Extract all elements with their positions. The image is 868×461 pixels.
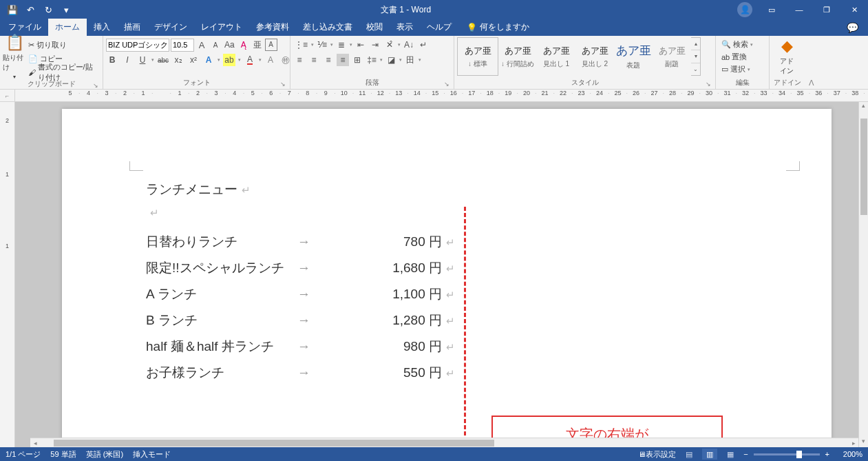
restore-button[interactable]: ❐	[813, 0, 840, 19]
text-effects-button[interactable]: A	[202, 54, 215, 66]
launcher-icon[interactable]: ↘	[706, 81, 711, 88]
style-heading1[interactable]: あア亜見出し 1	[537, 37, 575, 76]
tab-selector[interactable]: ⌐	[0, 90, 15, 101]
tab-help[interactable]: ヘルプ	[420, 19, 458, 36]
tab-layout[interactable]: レイアウト	[194, 19, 249, 36]
font-size-selector[interactable]	[171, 39, 194, 52]
undo-button[interactable]: ↶	[22, 1, 39, 18]
select-button[interactable]: ▭選択▾	[719, 63, 756, 75]
zoom-knob[interactable]	[796, 451, 802, 458]
style-normal[interactable]: あア亜↓ 標準	[457, 37, 498, 76]
font-color-button[interactable]: A	[244, 54, 256, 66]
increase-indent-button[interactable]: ⇥	[369, 39, 381, 51]
zoom-slider[interactable]	[754, 453, 820, 455]
tab-design[interactable]: デザイン	[147, 19, 194, 36]
clear-formatting-button[interactable]: Ą	[237, 39, 250, 51]
phonetic-guide-button[interactable]: 亜	[251, 39, 264, 51]
scrollbar-vertical[interactable]: ▴ ▾	[858, 102, 868, 447]
char-shading-button[interactable]: A	[264, 54, 277, 66]
view-print-button[interactable]: ▥	[702, 449, 717, 460]
addin-button[interactable]: ◆アド イン	[772, 37, 801, 76]
close-button[interactable]: ✕	[840, 0, 868, 19]
view-readmode-button[interactable]: ▤	[681, 449, 697, 460]
launcher-icon[interactable]: ↘	[93, 82, 98, 89]
scrollbar-horizontal[interactable]: ◂ ▸	[30, 438, 858, 447]
status-page[interactable]: 1/1 ページ	[6, 449, 41, 460]
minimize-button[interactable]: —	[785, 0, 813, 19]
account-icon[interactable]: 👤	[737, 2, 752, 17]
status-insert-mode[interactable]: 挿入モード	[133, 449, 171, 460]
display-settings-button[interactable]: 🖥表示設定	[638, 449, 676, 460]
shrink-font-button[interactable]: A	[209, 39, 222, 51]
format-painter-button[interactable]: 🖌書式のコピー/貼り付け	[28, 66, 100, 79]
scroll-up-button[interactable]: ▴	[859, 102, 868, 112]
comments-button[interactable]: 💬	[837, 19, 868, 36]
ribbon-display-options[interactable]: ▭	[758, 0, 785, 19]
style-title[interactable]: あア亜表題	[614, 37, 653, 76]
save-button[interactable]: 💾	[4, 1, 21, 18]
subscript-button[interactable]: x₂	[172, 54, 184, 66]
bold-button[interactable]: B	[106, 54, 118, 66]
document-body[interactable]: ランチメニュー↵ ↵ 日替わりランチ → 780 円 ↵ 限定!!スペシャルラン…	[146, 176, 455, 386]
show-marks-button[interactable]: ↵	[417, 39, 430, 51]
document-area[interactable]: ランチメニュー↵ ↵ 日替わりランチ → 780 円 ↵ 限定!!スペシャルラン…	[15, 102, 868, 447]
align-left-button[interactable]: ≡	[293, 54, 306, 66]
cut-button[interactable]: ✂切り取り	[28, 39, 100, 51]
status-language[interactable]: 英語 (米国)	[86, 449, 123, 460]
paste-button[interactable]: 📋貼り付け▾	[3, 37, 27, 76]
ruler-horizontal[interactable]: ⌐ 5·4·3·2·1··1·2·3·4·5·6·7·8·9·10·11·12·…	[0, 90, 868, 102]
styles-gallery-more[interactable]: ▴▾⌄	[691, 37, 701, 76]
launcher-icon[interactable]: ↘	[444, 81, 449, 88]
tab-references[interactable]: 参考資料	[249, 19, 296, 36]
tab-draw[interactable]: 描画	[117, 19, 147, 36]
tab-mailings[interactable]: 差し込み文書	[296, 19, 359, 36]
collapse-ribbon-button[interactable]: ᐱ	[805, 36, 818, 89]
style-heading2[interactable]: あア亜見出し 2	[575, 37, 614, 76]
change-case-button[interactable]: Aa	[223, 39, 236, 51]
superscript-button[interactable]: x²	[187, 54, 200, 66]
sort-button[interactable]: A↓	[403, 39, 415, 51]
font-name-selector[interactable]	[106, 39, 169, 52]
numbering-button[interactable]: ⅟≡	[316, 39, 328, 51]
redo-button[interactable]: ↻	[40, 1, 56, 18]
scroll-down-button[interactable]: ▾	[859, 438, 868, 447]
zoom-in-button[interactable]: +	[825, 450, 829, 458]
scroll-thumb-v[interactable]	[860, 119, 867, 215]
find-button[interactable]: 🔍検索▾	[719, 39, 756, 50]
align-center-button[interactable]: ≡	[308, 54, 320, 66]
align-right-button[interactable]: ≡	[322, 54, 335, 66]
grow-font-button[interactable]: A	[195, 39, 208, 51]
zoom-out-button[interactable]: −	[743, 450, 748, 458]
tab-view[interactable]: 表示	[390, 19, 420, 36]
view-web-button[interactable]: ▦	[723, 449, 738, 460]
justify-button[interactable]: ≡	[337, 54, 349, 66]
tab-insert[interactable]: 挿入	[87, 19, 117, 36]
status-words[interactable]: 59 単語	[50, 449, 76, 460]
qat-customize[interactable]: ▾	[58, 1, 74, 18]
decrease-indent-button[interactable]: ⇤	[354, 39, 367, 51]
multilevel-list-button[interactable]: ≣	[335, 39, 348, 51]
distribute-button[interactable]: ⊞	[351, 54, 363, 66]
tell-me-search[interactable]: 💡何をしますか	[461, 19, 535, 36]
zoom-level[interactable]: 200%	[835, 450, 862, 458]
scroll-left-button[interactable]: ◂	[30, 438, 40, 447]
scroll-right-button[interactable]: ▸	[849, 438, 858, 447]
scroll-thumb-h[interactable]	[54, 440, 494, 447]
line-spacing-button[interactable]: ‡≡	[366, 54, 378, 66]
char-border-button[interactable]: A	[265, 39, 277, 51]
tab-home[interactable]: ホーム	[48, 19, 87, 36]
borders-button[interactable]: 田	[404, 54, 416, 66]
italic-button[interactable]: I	[121, 54, 134, 66]
highlight-button[interactable]: ab	[223, 54, 235, 66]
bullets-button[interactable]: ⋮≡	[293, 39, 309, 51]
style-nospacing[interactable]: あア亜↓ 行間詰め	[498, 37, 537, 76]
strikethrough-button[interactable]: abc	[157, 54, 169, 66]
replace-button[interactable]: ab置換	[719, 51, 756, 63]
asian-layout-button[interactable]: ✕̂	[383, 39, 396, 51]
tab-review[interactable]: 校閲	[359, 19, 390, 36]
ruler-vertical[interactable]: 211	[0, 102, 15, 447]
launcher-icon[interactable]: ↘	[280, 81, 286, 88]
shading-button[interactable]: ◪	[385, 54, 397, 66]
underline-button[interactable]: U	[136, 54, 149, 66]
style-subtitle[interactable]: あア亜副題	[653, 37, 691, 76]
